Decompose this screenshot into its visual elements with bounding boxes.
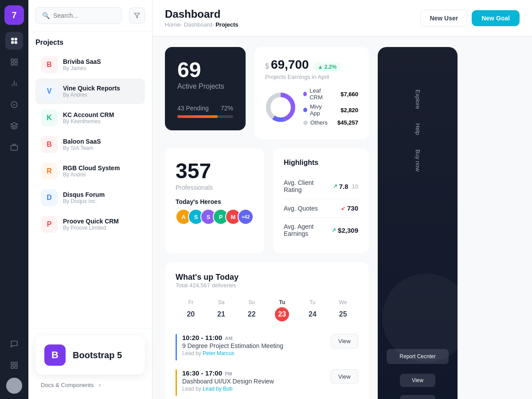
project-by: By Andres <box>63 92 140 98</box>
highlight-label: Avg. Quotes <box>284 205 318 212</box>
event-ampm: PM <box>225 371 232 376</box>
nav-bar: 7 <box>0 0 28 399</box>
calendar-day[interactable]: Tu 24 <box>297 296 328 325</box>
right-panel: Explore Help Buy now Report Cecnter View… <box>378 47 458 399</box>
highlight-sub: 10 <box>352 183 358 190</box>
nav-icon-grid2[interactable] <box>5 356 23 374</box>
highlight-row: Avg. Client Rating ↗ 7.810 <box>284 174 358 199</box>
calendar-day[interactable]: Tu 23 <box>267 296 297 325</box>
event-content: 16:30 - 17:00 PM Dashboard UI/UX Design … <box>182 369 325 392</box>
bootstrap-info: Bootstrap 5 <box>73 350 122 360</box>
user-avatar[interactable] <box>6 378 22 394</box>
event-lead: Lead by Peter Marcus <box>182 350 325 356</box>
whatsup-subtitle: Total 424,567 deliveries <box>176 282 358 289</box>
search-box[interactable]: 🔍 <box>35 7 122 24</box>
active-projects-label: Active Projects <box>177 82 233 90</box>
event-bar <box>176 334 177 360</box>
calendar-day[interactable]: Fr 20 <box>176 296 206 325</box>
project-item-2[interactable]: K KC Account CRM By Keenthemes <box>35 105 145 131</box>
nav-icon-check[interactable] <box>5 96 23 113</box>
nav-icon-message[interactable] <box>5 335 23 353</box>
panel-tab-buy[interactable]: Buy now <box>409 142 426 179</box>
header-left: Dashboard Home- Dashboard- Projects <box>165 8 239 28</box>
nav-icon-layers[interactable] <box>5 117 23 135</box>
cal-day-num: 20 <box>184 307 198 321</box>
nav-avatar[interactable]: 7 <box>4 5 24 25</box>
new-user-button[interactable]: New User <box>420 10 467 27</box>
active-projects-footer: 43 Pending 72% <box>177 105 233 118</box>
sidebar: 🔍 Projects B Briviba SaaS By James V Vin… <box>28 0 153 399</box>
svg-rect-0 <box>11 38 14 40</box>
bootstrap-logo: B <box>44 344 66 366</box>
project-by: By Disqus Inc. <box>63 198 140 204</box>
nav-icon-chart[interactable] <box>5 74 23 92</box>
trend-arrow-down: ↙ <box>341 205 345 211</box>
svg-rect-4 <box>11 59 13 61</box>
project-info: RGB Cloud System By Andrei <box>63 164 140 178</box>
breadcrumb-home[interactable]: Home- <box>165 21 182 28</box>
cal-day-name: We <box>329 299 356 305</box>
project-item-4[interactable]: R RGB Cloud System By Andrei <box>35 158 145 184</box>
trend-arrow-up: ↗ <box>333 183 337 189</box>
event-name: Dashboard UI/UX Design Review <box>182 378 325 385</box>
legend-name: Others <box>310 119 328 126</box>
view-button-1[interactable]: View <box>400 374 435 387</box>
calendar-day[interactable]: Su 22 <box>236 296 267 325</box>
progress-bar-bg <box>177 115 233 118</box>
search-input[interactable] <box>53 12 115 19</box>
nav-icon-dashboard[interactable] <box>5 32 23 50</box>
event-view-button[interactable]: View <box>331 334 358 348</box>
docs-link[interactable]: Docs & Components <box>35 378 145 392</box>
project-info: Vine Quick Reports By Andres <box>63 85 140 98</box>
svg-rect-2 <box>11 41 14 44</box>
legend-value: $45,257 <box>337 119 358 126</box>
highlight-row: Avg. Agent Earnings ↗ $2,309 <box>284 218 358 243</box>
calendar-day[interactable]: We 25 <box>328 296 358 325</box>
project-logo: R <box>41 163 58 180</box>
cal-day-num: 21 <box>214 307 228 321</box>
legend-value: $2,820 <box>340 107 358 113</box>
project-logo: B <box>41 56 58 73</box>
project-item-3[interactable]: B Baloon SaaS By SIA Team <box>35 132 145 157</box>
event-content: 10:20 - 11:00 AM 9 Degree Project Estima… <box>182 334 325 356</box>
hero-more: +42 <box>238 209 254 225</box>
project-item-5[interactable]: D Disqus Forum By Disqus Inc. <box>35 185 145 211</box>
earnings-label: Projects Earnings in April <box>265 74 358 80</box>
sidebar-title: Projects <box>35 39 145 47</box>
sidebar-search-area: 🔍 <box>28 0 152 31</box>
panel-tab-explore[interactable]: Explore <box>409 82 426 116</box>
search-icon: 🔍 <box>42 12 50 19</box>
cal-day-num: 23 <box>275 307 289 321</box>
svg-rect-5 <box>15 59 17 61</box>
nav-icon-grid[interactable] <box>5 53 23 71</box>
svg-rect-13 <box>11 145 18 150</box>
legend-value: $7,660 <box>340 91 358 98</box>
svg-rect-7 <box>15 63 17 65</box>
project-item-6[interactable]: P Proove Quick CRM By Proove Limited <box>35 211 145 237</box>
highlight-value: ↗ $2,309 <box>332 227 358 234</box>
calendar-day[interactable]: Sa 21 <box>206 296 237 325</box>
filter-button[interactable] <box>129 8 145 23</box>
breadcrumb-projects[interactable]: Projects <box>215 21 238 28</box>
panel-tab-help[interactable]: Help <box>409 116 426 142</box>
nav-icon-briefcase[interactable] <box>5 138 23 156</box>
trend-arrow-up: ↗ <box>332 227 336 233</box>
new-goal-button[interactable]: New Goal <box>472 10 520 26</box>
event-bar <box>176 369 177 396</box>
heroes-label: Today's Heroes <box>176 198 254 205</box>
project-item-1[interactable]: V Vine Quick Reports By Andres <box>35 78 145 104</box>
event-lead-link[interactable]: Peter Marcus <box>203 350 234 356</box>
pending-info: 43 Pending 72% <box>177 105 233 112</box>
view-button-2[interactable]: View <box>400 395 435 399</box>
project-by: By James <box>63 65 140 71</box>
breadcrumb-dashboard[interactable]: Dashboard- <box>184 21 214 28</box>
event-lead-link[interactable]: Lead by Bob <box>203 386 232 392</box>
pending-count: 43 Pending <box>177 105 209 112</box>
highlight-value: ↙ 730 <box>341 204 358 212</box>
event-view-button[interactable]: View <box>331 369 358 384</box>
project-item-0[interactable]: B Briviba SaaS By James <box>35 52 145 78</box>
project-by: By Andrei <box>63 172 140 178</box>
whatsup-header: What's up Today Total 424,567 deliveries <box>176 273 358 289</box>
project-name: Proove Quick CRM <box>63 218 140 225</box>
main-grid: 69 Active Projects 43 Pending 72% <box>153 36 532 399</box>
